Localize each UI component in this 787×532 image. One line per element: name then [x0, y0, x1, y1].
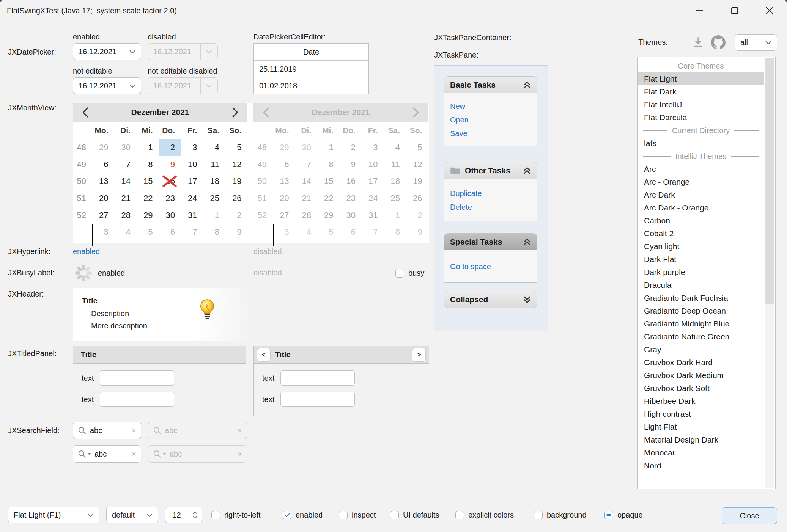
theme-item-flat-darcula[interactable]: Flat Darcula	[638, 111, 764, 124]
datepicker-not-editable[interactable]: 16.12.2021	[73, 77, 141, 94]
day-cell[interactable]: 25	[203, 190, 225, 207]
theme-item-flat-dark[interactable]: Flat Dark	[638, 85, 764, 98]
theme-item-gradianto-midnight-blue[interactable]: Gradianto Midnight Blue	[638, 317, 764, 330]
theme-item-flat-light[interactable]: Flat Light	[638, 72, 764, 85]
collapse-chevrons-icon[interactable]	[523, 238, 531, 246]
prev-month-button[interactable]	[80, 107, 90, 117]
taskpane-action-open[interactable]: Open	[450, 113, 537, 127]
day-cell[interactable]: 17	[181, 173, 203, 190]
day-cell[interactable]: 21	[114, 190, 137, 207]
text-input[interactable]	[100, 392, 174, 407]
collapse-chevrons-icon[interactable]	[523, 81, 531, 89]
day-cell[interactable]: 9	[159, 156, 181, 173]
day-cell[interactable]: 14	[114, 173, 137, 190]
font-size-value[interactable]: 12	[165, 511, 188, 519]
taskpane-action-save[interactable]: Save	[450, 127, 537, 140]
themes-list[interactable]: Core ThemesFlat LightFlat DarkFlat Intel…	[637, 57, 776, 489]
checkbox-group-ui-defaults[interactable]: UI defaults	[390, 507, 439, 523]
checkbox-group-right-to-left[interactable]: right-to-left	[211, 507, 261, 523]
github-icon[interactable]	[711, 35, 726, 50]
day-cell[interactable]: 6	[92, 156, 114, 173]
checkbox-group-explicit-colors[interactable]: explicit colors	[455, 507, 514, 523]
theme-item-carbon[interactable]: Carbon	[638, 214, 764, 227]
next-month-button[interactable]	[230, 107, 240, 117]
theme-item-gruvbox-dark-medium[interactable]: Gruvbox Dark Medium	[638, 369, 764, 382]
search-field-dropdown-enabled[interactable]: abc×	[73, 445, 141, 463]
minimize-button[interactable]	[682, 0, 717, 21]
lnf-combo[interactable]: Flat Light (F1)	[8, 507, 99, 523]
theme-item-dracula[interactable]: Dracula	[638, 279, 764, 292]
day-cell[interactable]: 1	[136, 139, 159, 156]
text-input[interactable]	[100, 370, 174, 386]
day-cell[interactable]: 3	[181, 139, 203, 156]
day-cell[interactable]: 1	[203, 207, 225, 224]
background-checkbox[interactable]	[534, 511, 543, 519]
day-cell[interactable]: 29	[136, 207, 159, 224]
day-cell[interactable]: 18	[203, 173, 225, 190]
theme-item-flat-intellij[interactable]: Flat IntelliJ	[638, 98, 764, 111]
day-cell[interactable]: 11	[203, 156, 225, 173]
search-input[interactable]: abc	[94, 450, 128, 458]
day-cell[interactable]: 26	[225, 190, 247, 207]
busy-checkbox-group[interactable]: busy	[395, 265, 424, 281]
opaque-checkbox[interactable]	[604, 511, 613, 519]
day-cell[interactable]: 5	[136, 224, 159, 241]
table-row[interactable]: 01.02.2018	[254, 77, 368, 94]
day-cell[interactable]: 9	[225, 224, 247, 241]
theme-item-gradianto-nature-green[interactable]: Gradianto Nature Green	[638, 330, 764, 343]
theme-item-gradianto-dark-fuchsia[interactable]: Gradianto Dark Fuchsia	[638, 292, 764, 304]
inspect-checkbox[interactable]	[339, 511, 348, 519]
titled-panel-prev-button[interactable]: <	[257, 348, 271, 362]
theme-item-gray[interactable]: Gray	[638, 343, 764, 356]
scrollbar-thumb[interactable]	[765, 58, 774, 304]
taskpane-header[interactable]: Basic Tasks	[444, 76, 537, 93]
search-icon[interactable]	[78, 426, 87, 435]
theme-item-light-flat[interactable]: Light Flat	[638, 421, 764, 433]
taskpane-action-go-to-space[interactable]: Go to space	[450, 260, 537, 273]
theme-item-cobalt-2[interactable]: Cobalt 2	[638, 227, 764, 240]
theme-item-arc-orange[interactable]: Arc - Orange	[638, 176, 764, 188]
busy-checkbox[interactable]	[395, 269, 404, 278]
day-cell[interactable]: 31	[181, 207, 203, 224]
theme-item-nord[interactable]: Nord	[638, 459, 764, 472]
checkbox-group-background[interactable]: background	[534, 507, 587, 523]
close-button[interactable]: Close	[722, 507, 777, 524]
day-cell[interactable]: 4	[114, 224, 137, 241]
table-row[interactable]: 25.11.2019	[254, 61, 368, 77]
enabled-checkbox[interactable]	[283, 511, 291, 519]
text-input[interactable]	[280, 370, 355, 386]
day-cell[interactable]: 22	[136, 190, 159, 207]
day-cell[interactable]: 30	[159, 207, 181, 224]
theme-item-high-contrast[interactable]: High contrast	[638, 408, 764, 421]
right-to-left-checkbox[interactable]	[211, 511, 220, 519]
day-cell[interactable]: 5	[225, 139, 247, 156]
theme-item-dark-purple[interactable]: Dark purple	[638, 266, 764, 279]
day-cell[interactable]: 10	[181, 156, 203, 173]
day-cell[interactable]: 30	[114, 139, 137, 156]
search-dropdown-icon[interactable]	[153, 450, 166, 458]
maximize-button[interactable]	[717, 0, 752, 21]
day-cell[interactable]: 2	[225, 207, 247, 224]
hyperlink-enabled[interactable]: enabled	[73, 247, 100, 256]
clear-search-icon[interactable]: ×	[132, 449, 136, 458]
day-cell[interactable]: 8	[136, 156, 159, 173]
theme-item-cyan-light[interactable]: Cyan light	[638, 240, 764, 253]
theme-item-lafs[interactable]: lafs	[638, 137, 764, 150]
day-cell[interactable]: 16	[159, 173, 181, 190]
taskpane-action-duplicate[interactable]: Duplicate	[450, 187, 537, 200]
font-size-spinner[interactable]: 12	[165, 507, 202, 523]
taskpane-action-new[interactable]: New	[450, 99, 537, 113]
theme-item-hiberbee-dark[interactable]: Hiberbee Dark	[638, 395, 764, 408]
themes-filter-combo[interactable]: all	[735, 34, 777, 51]
theme-item-arc-dark-orange[interactable]: Arc Dark - Orange	[638, 201, 764, 214]
theme-item-arc[interactable]: Arc	[638, 163, 764, 176]
theme-item-dark-flat[interactable]: Dark Flat	[638, 253, 764, 266]
ui-defaults-checkbox[interactable]	[390, 511, 399, 519]
datepicker-dropdown-button[interactable]	[124, 78, 141, 94]
theme-item-gruvbox-dark-soft[interactable]: Gruvbox Dark Soft	[638, 382, 764, 395]
monthview-calendar-enabled[interactable]: Dezember 2021Mo.Di.Mi.Do.Fr.Sa.So.482930…	[73, 103, 247, 241]
day-cell[interactable]: 28	[114, 207, 137, 224]
theme-item-monocai[interactable]: Monocai	[638, 446, 764, 459]
day-cell[interactable]: 19	[225, 173, 247, 190]
theme-item-material-design-dark[interactable]: Material Design Dark	[638, 433, 764, 446]
